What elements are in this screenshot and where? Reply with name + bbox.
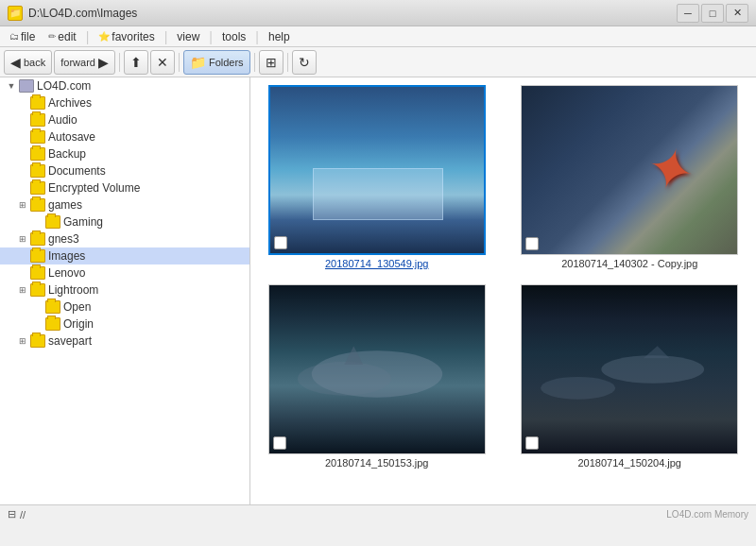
sidebar-item-origin[interactable]: Origin <box>0 316 249 333</box>
thumbnail-item-2[interactable]: 20180714_140302 - Copy.jpg <box>511 85 749 269</box>
thumbnail-checkbox-2[interactable] <box>525 237 539 250</box>
expand-audio[interactable] <box>15 112 30 128</box>
thumbnail-item-3[interactable]: 20180714_150153.jpg <box>258 284 496 469</box>
expand-archives[interactable] <box>15 95 30 111</box>
menu-view[interactable]: view <box>171 28 205 45</box>
sidebar-item-backup[interactable]: Backup <box>0 145 249 162</box>
up-icon: ⬆ <box>130 55 142 70</box>
sidebar-item-lo4d[interactable]: ▼ LO4D.com <box>0 77 249 94</box>
thumbnail-item-1[interactable]: 20180714_130549.jpg <box>258 85 496 269</box>
expand-origin[interactable] <box>30 316 45 332</box>
folder-icon-archives <box>30 96 45 110</box>
sidebar-label-gnes3: gnes3 <box>48 232 79 246</box>
maximize-button[interactable]: □ <box>701 4 724 23</box>
thumbnail-filename-1: 20180714_130549.jpg <box>325 258 429 269</box>
folder-icon-documents <box>30 164 45 178</box>
sidebar-item-games[interactable]: ⊞ games <box>0 196 249 213</box>
menu-help[interactable]: help <box>263 28 296 45</box>
close-button[interactable]: ✕ <box>726 4 748 23</box>
delete-button[interactable]: ✕ <box>150 50 175 75</box>
sidebar-label-images: Images <box>48 249 85 263</box>
folder-icon-games <box>30 198 45 212</box>
folder-icon-origin <box>45 317 60 331</box>
forward-icon: ▶ <box>98 55 109 70</box>
title-controls: ─ □ ✕ <box>677 4 748 23</box>
refresh-button[interactable]: ↻ <box>292 50 317 75</box>
sidebar-item-gaming[interactable]: Gaming <box>0 213 249 230</box>
sidebar-label-documents: Documents <box>48 164 106 178</box>
file-menu-icon: 🗂 <box>9 31 19 42</box>
expand-open[interactable] <box>30 299 45 315</box>
folder-icon-lenovo <box>30 266 45 280</box>
folders-icon: 📁 <box>190 55 206 70</box>
sidebar-item-encrypted[interactable]: Encrypted Volume <box>0 179 249 196</box>
thumbnail-checkbox-4[interactable] <box>525 436 539 450</box>
sidebar-item-open[interactable]: Open <box>0 299 249 316</box>
folder-icon-savepart <box>30 334 45 348</box>
menu-sep-1: | <box>84 29 92 44</box>
status-sep: // <box>20 509 26 520</box>
expand-gnes3[interactable]: ⊞ <box>15 231 30 247</box>
menu-tools[interactable]: tools <box>216 28 251 45</box>
svg-point-4 <box>541 377 615 400</box>
toolbar: ◀ back forward ▶ ⬆ ✕ 📁 Folders ⊞ ↻ <box>0 47 756 77</box>
menu-tools-label: tools <box>222 30 246 43</box>
sidebar: ▼ LO4D.com Archives Audio Autosave Backu… <box>0 77 250 504</box>
expand-images[interactable] <box>15 248 30 264</box>
thumbnail-filename-2: 20180714_140302 - Copy.jpg <box>561 258 697 269</box>
menu-edit[interactable]: ✏ edit <box>43 28 81 45</box>
sidebar-item-lenovo[interactable]: Lenovo <box>0 264 249 282</box>
thumbnail-checkbox-1[interactable] <box>274 236 287 249</box>
sidebar-label-lo4d: LO4D.com <box>37 79 91 93</box>
sidebar-item-autosave[interactable]: Autosave <box>0 128 249 145</box>
toolbar-sep-4 <box>287 53 288 72</box>
view-button[interactable]: ⊞ <box>259 50 284 75</box>
menu-sep-4: | <box>253 29 261 44</box>
expand-lightroom[interactable]: ⊞ <box>15 282 30 298</box>
sidebar-item-lightroom[interactable]: ⊞ Lightroom <box>0 282 249 299</box>
folder-icon-backup <box>30 147 45 161</box>
expand-savepart[interactable]: ⊞ <box>15 333 30 349</box>
svg-point-1 <box>298 362 391 396</box>
thumbnail-img-wrap-2[interactable] <box>521 85 738 255</box>
forward-button[interactable]: forward ▶ <box>54 50 115 75</box>
expand-lo4d[interactable]: ▼ <box>4 78 19 94</box>
folders-button[interactable]: 📁 Folders <box>183 50 250 75</box>
thumbnail-checkbox-3[interactable] <box>273 436 286 450</box>
expand-backup[interactable] <box>15 146 30 162</box>
back-button[interactable]: ◀ back <box>4 50 52 75</box>
sidebar-item-savepart[interactable]: ⊞ savepart <box>0 333 249 350</box>
expand-autosave[interactable] <box>15 129 30 145</box>
sidebar-item-images[interactable]: Images <box>0 247 249 264</box>
favorites-menu-icon: ⭐ <box>98 31 110 42</box>
sidebar-item-audio[interactable]: Audio <box>0 111 249 128</box>
status-path: ⊟ // <box>8 508 26 520</box>
menu-bar: 🗂 file ✏ edit | ⭐ favorites | view | too… <box>0 26 756 47</box>
view-icon: ⊞ <box>266 55 277 70</box>
sidebar-label-savepart: savepart <box>48 334 92 348</box>
minimize-button[interactable]: ─ <box>677 4 699 23</box>
thumbnail-item-4[interactable]: 20180714_150204.jpg <box>511 284 749 469</box>
thumbnail-img-wrap-1[interactable] <box>268 85 486 255</box>
menu-file[interactable]: 🗂 file <box>4 28 41 45</box>
thumbnail-img-wrap-3[interactable] <box>268 284 486 454</box>
sidebar-item-archives[interactable]: Archives <box>0 94 249 111</box>
back-label: back <box>24 57 45 68</box>
menu-favorites[interactable]: ⭐ favorites <box>93 28 160 45</box>
forward-label: forward <box>60 57 95 68</box>
sidebar-item-documents[interactable]: Documents <box>0 162 249 179</box>
delete-icon: ✕ <box>157 55 168 70</box>
edit-menu-icon: ✏ <box>48 31 56 42</box>
expand-lenovo[interactable] <box>15 265 30 281</box>
up-button[interactable]: ⬆ <box>124 50 148 75</box>
thumbnails-grid: 20180714_130549.jpg 20180714_140302 - Co… <box>258 85 748 469</box>
expand-documents[interactable] <box>15 163 30 179</box>
thumbnail-img-wrap-4[interactable] <box>521 284 738 454</box>
status-bar: ⊟ // LO4D.com Memory <box>0 504 756 523</box>
svg-marker-5 <box>644 346 670 358</box>
thumbnail-image-1 <box>270 87 484 253</box>
sidebar-item-gnes3[interactable]: ⊞ gnes3 <box>0 230 249 247</box>
expand-encrypted[interactable] <box>15 180 30 196</box>
expand-games[interactable]: ⊞ <box>15 197 30 213</box>
expand-gaming[interactable] <box>30 214 45 230</box>
